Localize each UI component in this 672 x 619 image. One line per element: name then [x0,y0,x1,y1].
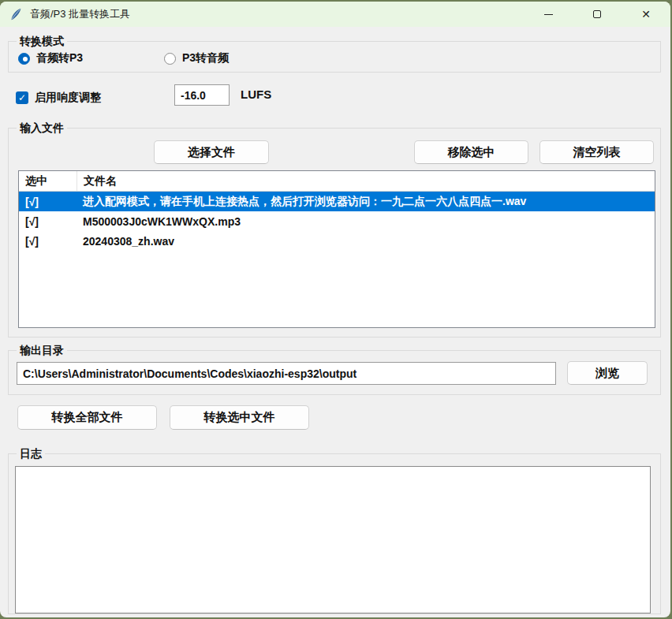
radio-p3-to-audio-label: P3转音频 [182,51,229,65]
radio-audio-to-p3-label: 音频转P3 [36,51,83,65]
lufs-value-input[interactable] [174,84,230,106]
row-filename-cell: M500003J0cWK1WWxQX.mp3 [77,215,655,228]
loudness-row: ✓ 启用响度调整 [16,87,101,109]
browse-button[interactable]: 浏览 [567,361,648,385]
loudness-checkbox[interactable]: ✓ [16,91,28,104]
file-list-table: 选中 文件名 [√] 进入配网模式，请在手机上连接热点，然后打开浏览器访问：一九… [18,170,655,328]
conversion-mode-label: 转换模式 [17,34,67,49]
minimize-icon [544,14,553,15]
maximize-icon [593,10,601,18]
maximize-button[interactable] [573,2,622,27]
remove-selected-button[interactable]: 移除选中 [414,140,528,164]
header-filename-column[interactable]: 文件名 [77,171,655,191]
row-check-cell: [√] [19,215,77,228]
conversion-mode-group: 转换模式 音频转P3 P3转音频 [8,41,661,73]
log-group: 日志 [8,453,661,614]
close-icon: ✕ [641,9,651,20]
row-filename-cell: 20240308_zh.wav [77,235,655,248]
radio-audio-to-p3[interactable]: 音频转P3 [18,51,83,65]
loudness-checkbox-label: 启用响度调整 [35,91,101,105]
output-dir-group: 输出目录 浏览 [8,350,661,395]
titlebar[interactable]: 音频/P3 批量转换工具 ✕ [0,2,670,27]
log-label: 日志 [17,446,45,461]
app-window: 音频/P3 批量转换工具 ✕ 转换模式 音频转P3 P3转音频 ✓ 启用响度调整… [0,2,670,617]
input-files-label: 输入文件 [17,121,67,136]
row-check-cell: [√] [19,235,77,248]
log-textarea[interactable] [15,466,651,613]
lufs-unit-label: LUFS [241,88,271,101]
minimize-button[interactable] [524,2,573,27]
row-filename-cell: 进入配网模式，请在手机上连接热点，然后打开浏览器访问：一九二点一六八点四点一.w… [77,195,655,209]
header-checked-column[interactable]: 选中 [19,171,77,191]
convert-all-button[interactable]: 转换全部文件 [17,405,157,430]
file-list-header: 选中 文件名 [19,171,655,192]
close-button[interactable]: ✕ [622,2,670,27]
radio-p3-to-audio[interactable]: P3转音频 [164,51,229,65]
table-row[interactable]: [√] M500003J0cWK1WWxQX.mp3 [19,211,655,231]
select-files-button[interactable]: 选择文件 [154,140,269,164]
row-check-cell: [√] [19,196,77,208]
output-path-input[interactable] [17,362,556,385]
input-files-group: 输入文件 选择文件 移除选中 清空列表 选中 文件名 [√] 进入配网模式，请在… [8,128,661,337]
table-row[interactable]: [√] 进入配网模式，请在手机上连接热点，然后打开浏览器访问：一九二点一六八点四… [19,192,655,211]
clear-list-button[interactable]: 清空列表 [539,140,654,164]
output-dir-label: 输出目录 [17,343,67,358]
convert-selected-button[interactable]: 转换选中文件 [170,405,309,430]
radio-unselected-icon [164,53,176,65]
radio-selected-icon [18,53,30,65]
python-feather-icon [9,8,22,21]
table-row[interactable]: [√] 20240308_zh.wav [19,231,655,251]
window-title: 音频/P3 批量转换工具 [30,7,130,21]
